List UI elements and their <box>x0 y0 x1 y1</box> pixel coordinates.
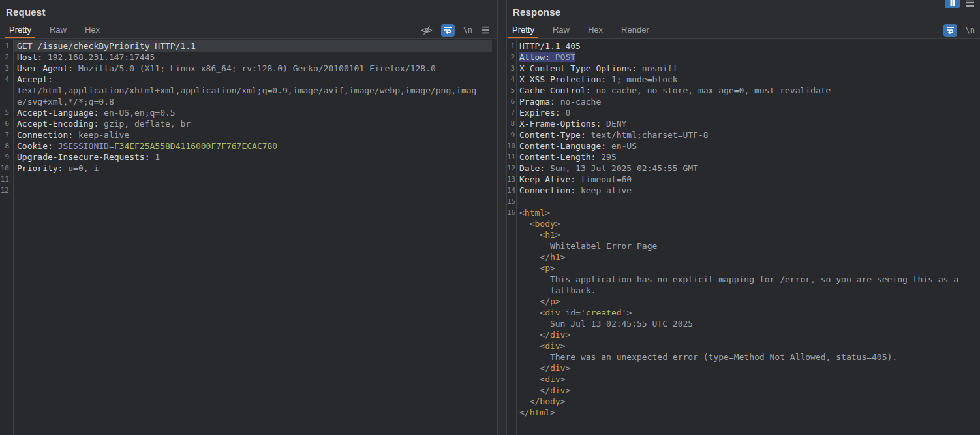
code-line[interactable]: 10Content-Language: en-US <box>507 140 980 152</box>
line-number <box>0 85 13 96</box>
line-number: 15 <box>507 196 516 207</box>
tab-hex[interactable]: Hex <box>81 22 104 38</box>
code-text: X-Content-Type-Options: nosniff <box>516 63 980 74</box>
editor-menu-button[interactable] <box>481 26 490 34</box>
code-line[interactable]: 9Content-Type: text/html;charset=UTF-8 <box>507 129 980 140</box>
code-line[interactable]: 15 <box>507 196 980 207</box>
line-number <box>507 229 516 240</box>
code-line[interactable]: This application has no explicit mapping… <box>507 274 980 285</box>
response-toolbar: \n <box>943 24 980 37</box>
code-line[interactable]: Whitelabel Error Page <box>507 240 980 251</box>
code-line[interactable]: <p> <box>507 263 980 274</box>
code-text: Whitelabel Error Page <box>516 240 980 251</box>
response-gutter-divider <box>516 39 517 435</box>
code-line[interactable]: Sun Jul 13 02:45:55 UTC 2025 <box>507 318 980 329</box>
code-line[interactable]: </p> <box>507 296 980 307</box>
code-line[interactable]: </div> <box>507 329 980 340</box>
code-line[interactable]: 12Date: Sun, 13 Jul 2025 02:45:55 GMT <box>507 163 980 174</box>
newline-toggle-button[interactable]: \n <box>966 25 975 35</box>
code-line[interactable]: There was an unexpected error (type=Meth… <box>507 351 980 362</box>
eye-slash-icon[interactable] <box>421 25 433 35</box>
code-text: Content-Language: en-US <box>516 140 980 152</box>
response-panel-title: Response <box>513 7 560 18</box>
code-line[interactable]: <div id='created'> <box>507 307 980 318</box>
code-line[interactable]: 3User-Agent: Mozilla/5.0 (X11; Linux x86… <box>0 63 497 74</box>
code-text: <p> <box>516 263 980 274</box>
code-text: Accept: <box>13 74 492 85</box>
request-editor[interactable]: 1GET /issue/checkByPriority HTTP/1.12Hos… <box>0 39 497 435</box>
request-panel-title: Request <box>6 7 46 18</box>
code-text: Cache-Control: no-cache, no-store, max-a… <box>516 85 980 96</box>
line-number <box>507 307 516 318</box>
code-line[interactable]: 6Pragma: no-cache <box>507 96 980 107</box>
code-line[interactable]: 9Upgrade-Insecure-Requests: 1 <box>0 152 497 163</box>
code-line[interactable]: </div> <box>507 362 980 374</box>
code-line[interactable]: 5Cache-Control: no-cache, no-store, max-… <box>507 85 980 96</box>
code-text: Expires: 0 <box>516 107 980 118</box>
code-text: Connection: keep-alive <box>516 185 980 196</box>
main-menu-button[interactable] <box>962 0 977 8</box>
code-line[interactable]: 2Allow: POST <box>507 52 980 63</box>
code-line[interactable]: <h1> <box>507 229 980 240</box>
code-line[interactable]: 11 <box>0 174 497 185</box>
response-tabbar: PrettyRawHexRender \n <box>507 22 980 39</box>
code-line[interactable]: 1GET /issue/checkByPriority HTTP/1.1 <box>0 40 497 52</box>
line-number: 3 <box>0 63 13 74</box>
tab-render[interactable]: Render <box>617 22 653 38</box>
code-line[interactable]: 1HTTP/1.1 405 <box>507 40 980 52</box>
word-wrap-toggle-button[interactable] <box>441 24 455 37</box>
code-line[interactable]: </h1> <box>507 251 980 263</box>
response-editor[interactable]: 1HTTP/1.1 4052Allow: POST3X-Content-Type… <box>507 39 980 435</box>
code-line[interactable]: </div> <box>507 385 980 396</box>
code-line[interactable]: 3X-Content-Type-Options: nosniff <box>507 63 980 74</box>
code-line[interactable]: 16<html> <box>507 207 980 218</box>
code-line[interactable]: 4Accept: <box>0 74 497 85</box>
code-line[interactable]: 11Content-Length: 295 <box>507 152 980 163</box>
request-panel: Request PrettyRawHex \n <box>0 0 498 435</box>
tab-raw[interactable]: Raw <box>549 22 574 38</box>
tab-pretty[interactable]: Pretty <box>508 22 538 38</box>
code-line[interactable]: 8Cookie: JSESSIONID=F34EF25A558D4116000F… <box>0 140 497 152</box>
code-text: </p> <box>516 296 980 307</box>
code-line[interactable]: </html> <box>507 407 980 418</box>
code-text: text/html,application/xhtml+xml,applicat… <box>13 85 492 96</box>
code-line[interactable]: 12 <box>0 185 497 196</box>
code-line[interactable]: <body> <box>507 218 980 229</box>
code-text: <h1> <box>516 229 980 240</box>
word-wrap-toggle-button[interactable] <box>943 24 957 37</box>
line-number: 7 <box>507 107 516 118</box>
code-text: <div id='created'> <box>516 307 980 318</box>
line-number: 16 <box>507 207 516 218</box>
code-line[interactable]: 5Accept-Language: en-US,en;q=0.5 <box>0 107 497 118</box>
code-text: HTTP/1.1 405 <box>516 40 980 52</box>
code-line[interactable]: 14Connection: keep-alive <box>507 185 980 196</box>
code-line[interactable]: 2Host: 192.168.231.147:17445 <box>0 52 497 63</box>
code-text: </html> <box>516 407 980 418</box>
line-number: 4 <box>0 74 13 85</box>
code-line[interactable]: e/svg+xml,*/*;q=0.8 <box>0 96 497 107</box>
line-number: 6 <box>507 96 516 107</box>
line-number: 2 <box>0 52 13 63</box>
code-line[interactable]: <div> <box>507 340 980 351</box>
code-line[interactable]: 8X-Frame-Options: DENY <box>507 118 980 129</box>
code-line[interactable]: 10Priority: u=0, i <box>0 163 497 174</box>
code-line[interactable]: text/html,application/xhtml+xml,applicat… <box>0 85 497 96</box>
line-number <box>0 96 13 107</box>
tab-pretty[interactable]: Pretty <box>5 22 35 38</box>
code-line[interactable]: 4X-XSS-Protection: 1; mode=block <box>507 74 980 85</box>
code-line[interactable]: 6Accept-Encoding: gzip, deflate, br <box>0 118 497 129</box>
tab-raw[interactable]: Raw <box>46 22 70 38</box>
line-number <box>507 285 516 296</box>
code-line[interactable]: </body> <box>507 396 980 407</box>
code-line[interactable]: 7Expires: 0 <box>507 107 980 118</box>
code-text: This application has no explicit mapping… <box>516 274 980 285</box>
pause-button[interactable] <box>945 0 960 8</box>
code-line[interactable]: 13Keep-Alive: timeout=60 <box>507 174 980 185</box>
code-text <box>13 174 492 185</box>
code-line[interactable]: 7Connection: keep-alive <box>0 129 497 140</box>
code-line[interactable]: <div> <box>507 374 980 385</box>
newline-toggle-button[interactable]: \n <box>463 25 472 35</box>
line-number: 1 <box>0 40 13 52</box>
code-line[interactable]: fallback. <box>507 285 980 296</box>
tab-hex[interactable]: Hex <box>584 22 607 38</box>
